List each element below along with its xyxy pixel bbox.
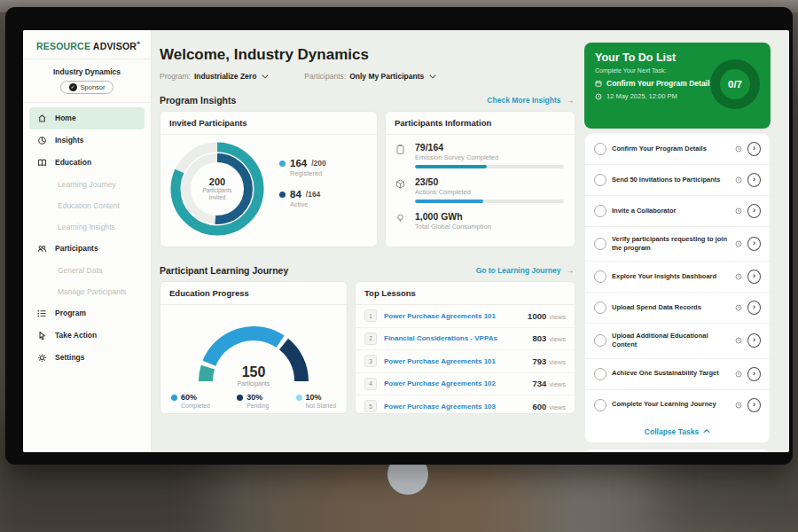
todo-task[interactable]: Upload Spend Data Records › — [585, 293, 770, 324]
lesson-views-count: 793 — [532, 356, 546, 366]
task-chevron-button[interactable]: › — [747, 301, 761, 315]
todo-task[interactable]: Verify participants requesting to join t… — [585, 227, 770, 262]
participants-dropdown-label: Participants: — [304, 72, 346, 81]
progress-bar — [415, 165, 564, 168]
gauge-legend: 60% Completed 30% Pending 10% Not Starte… — [160, 387, 347, 409]
sidebar-item-take-action[interactable]: Take Action — [29, 325, 145, 347]
lesson-views-count: 734 — [532, 379, 546, 388]
check-more-insights-link[interactable]: Check More Insights → — [487, 96, 574, 105]
task-label: Complete Your Learning Journey — [612, 400, 730, 409]
participants-dropdown[interactable]: Participants: Only My Participants — [304, 72, 436, 81]
sidebar-item-label: Education — [55, 158, 91, 167]
todo-task[interactable]: Send 50 Invitations to Participants › — [585, 165, 770, 196]
lesson-link[interactable]: Power Purchase Agreements 102 — [384, 379, 525, 387]
task-checkbox[interactable] — [594, 334, 606, 347]
go-to-learning-journey-link[interactable]: Go to Learning Journey → — [476, 266, 574, 275]
legend-item-active: 84/164 Active — [279, 189, 326, 208]
gauge-center-label: 150 Participants — [190, 364, 317, 387]
filter-bar: Program: Industrialize Zero Participants… — [160, 72, 575, 81]
education-progress-card: Education Progress 150 Participants 60% — [160, 281, 348, 414]
clock-icon — [735, 371, 742, 378]
task-chevron-button[interactable]: › — [747, 237, 761, 251]
sponsor-badge-label: Sponsor — [81, 83, 106, 91]
chevron-up-icon — [703, 429, 710, 434]
clipboard-icon — [395, 142, 408, 168]
lesson-views-count: 803 — [532, 333, 546, 343]
info-label: Emission Survey Completed — [415, 153, 564, 161]
todo-task[interactable]: Complete Your Learning Journey › — [585, 390, 770, 420]
lesson-link[interactable]: Financial Considerations - VPPAs — [384, 334, 525, 342]
invited-participants-card: Invited Participants 200 Participants I — [160, 111, 378, 247]
chevron-down-icon — [429, 74, 436, 79]
lesson-link[interactable]: Power Purchase Agreements 101 — [384, 357, 525, 365]
lesson-row: 2 Financial Considerations - VPPAs 803vi… — [356, 328, 575, 351]
sidebar-item-program[interactable]: Program — [29, 302, 145, 325]
todo-task[interactable]: Explore Your Insights Dashboard › — [585, 262, 770, 293]
todo-task[interactable]: Invite a Collaborator › — [585, 196, 770, 227]
participants-dropdown-value: Only My Participants — [349, 72, 424, 81]
lesson-views-word: views — [549, 335, 566, 343]
lesson-link[interactable]: Power Purchase Agreements 103 — [384, 403, 525, 411]
task-checkbox[interactable] — [594, 174, 606, 186]
sidebar-item-education[interactable]: Education — [29, 152, 145, 174]
participants-information-card: Participants Information 79/164 Emission… — [385, 111, 575, 247]
legend-value: 84 — [290, 189, 301, 200]
card-title: Education Progress — [160, 282, 347, 305]
sidebar-item-general-data[interactable]: General Data — [29, 260, 145, 281]
task-checkbox[interactable] — [594, 143, 606, 155]
education-progress-gauge-chart: 150 Participants — [190, 312, 317, 387]
task-checkbox[interactable] — [594, 238, 606, 250]
task-checkbox[interactable] — [594, 301, 606, 314]
collapse-tasks-label: Collapse Tasks — [645, 427, 699, 436]
task-chevron-button[interactable]: › — [747, 398, 761, 412]
clock-icon — [735, 207, 742, 215]
arrow-right-icon: → — [567, 266, 575, 275]
lesson-rank: 3 — [364, 355, 377, 367]
task-chevron-button[interactable]: › — [747, 173, 761, 187]
sidebar-item-label: Education Content — [58, 201, 120, 210]
lesson-row: 3 Power Purchase Agreements 101 793views — [356, 350, 575, 373]
task-chevron-button[interactable]: › — [747, 142, 761, 156]
sponsor-badge[interactable]: ✓ Sponsor — [60, 81, 114, 94]
program-dropdown[interactable]: Program: Industrialize Zero — [160, 72, 269, 81]
task-checkbox[interactable] — [594, 399, 606, 411]
task-chevron-button[interactable]: › — [747, 333, 761, 348]
link-label: Check More Insights — [487, 96, 560, 105]
collapse-tasks-link[interactable]: Collapse Tasks — [585, 420, 770, 442]
sidebar-item-home[interactable]: Home — [29, 107, 145, 129]
legend-item-not-started: 10% Not Started — [296, 393, 336, 409]
task-label: Invite a Collaborator — [612, 207, 730, 215]
arrow-right-icon: → — [567, 96, 575, 105]
sidebar-item-insights[interactable]: Insights — [29, 129, 145, 152]
clock-icon — [735, 337, 742, 344]
lesson-link[interactable]: Power Purchase Agreements 101 — [384, 312, 520, 320]
clock-icon — [735, 145, 742, 153]
sidebar-item-learning-insights[interactable]: Learning Insights — [29, 216, 145, 238]
sidebar-item-manage-participants[interactable]: Manage Participants — [29, 281, 145, 302]
sidebar-item-label: Take Action — [55, 331, 97, 340]
program-insights-header: Program Insights Check More Insights → — [160, 95, 574, 106]
sidebar-item-participants[interactable]: Participants — [29, 238, 145, 260]
lesson-views-count: 600 — [532, 402, 546, 411]
top-lessons-list: 1 Power Purchase Agreements 101 1000view… — [356, 305, 575, 414]
legend-label: Registered — [290, 169, 326, 177]
todo-task[interactable]: Achieve One Sustainability Target › — [585, 359, 770, 390]
task-chevron-button[interactable]: › — [747, 367, 761, 381]
task-checkbox[interactable] — [594, 205, 606, 217]
sidebar-nav: Home Insights Education Learning Journey… — [23, 103, 151, 373]
task-checkbox[interactable] — [594, 368, 606, 380]
brand-primary: RESOURCE — [36, 41, 90, 51]
people-icon — [37, 244, 48, 254]
task-chevron-button[interactable]: › — [747, 204, 761, 218]
task-checkbox[interactable] — [594, 270, 606, 283]
task-chevron-button[interactable]: › — [747, 270, 761, 284]
list-icon — [37, 309, 48, 318]
legend-item-pending: 30% Pending — [237, 393, 269, 409]
sidebar-item-learning-journey[interactable]: Learning Journey — [29, 174, 145, 195]
todo-task[interactable]: Upload Additional Educational Content › — [585, 324, 770, 358]
todo-progress-ring: 0/7 — [710, 59, 760, 109]
todo-task[interactable]: Confirm Your Program Details › — [585, 134, 770, 165]
home-icon — [37, 113, 48, 123]
sidebar-item-settings[interactable]: Settings — [29, 347, 145, 369]
sidebar-item-education-content[interactable]: Education Content — [29, 195, 145, 216]
